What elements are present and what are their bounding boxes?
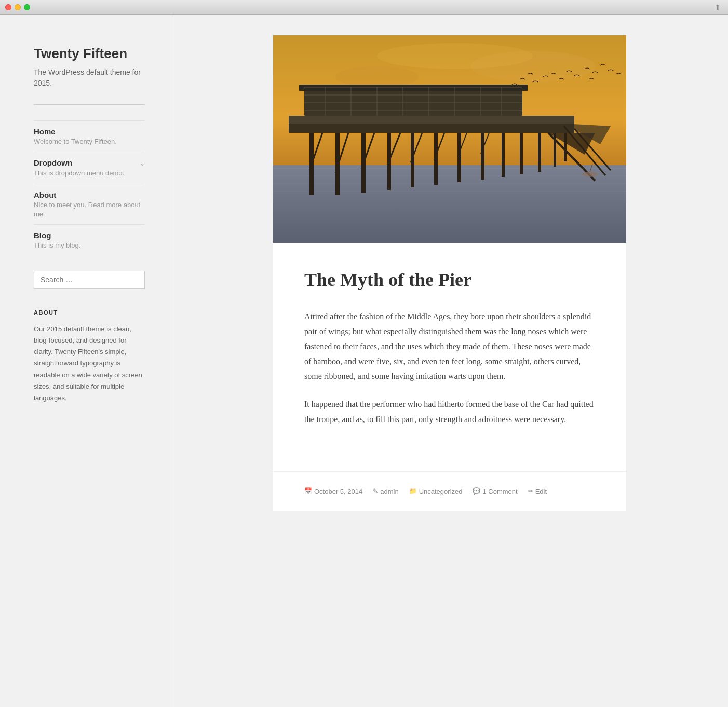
post-featured-image (273, 35, 626, 243)
close-button[interactable] (5, 4, 11, 10)
site-description: The WordPress default theme for 2015. (34, 67, 145, 89)
svg-rect-7 (273, 183, 626, 184)
post-title: The Myth of the Pier (304, 269, 595, 291)
share-icon: ⬆ (714, 3, 723, 11)
meta-edit: ✏ Edit (528, 487, 547, 495)
nav-item-about: About Nice to meet you. Read more about … (34, 184, 145, 224)
about-heading: About (34, 309, 145, 316)
post-body: The Myth of the Pier Attired after the f… (273, 243, 626, 471)
search-widget (34, 271, 145, 289)
sidebar-nav: Home Welcome to Twenty Fifteen. Dropdown… (34, 120, 145, 255)
post-paragraph-2: It happened that the performer who had h… (304, 397, 595, 427)
meta-comments: 💬 1 Comment (473, 487, 517, 495)
svg-rect-10 (289, 116, 574, 124)
post-article: The Myth of the Pier Attired after the f… (273, 35, 626, 511)
author-icon: ✎ (373, 487, 378, 495)
nav-desc-home: Welcome to Twenty Fifteen. (34, 137, 145, 152)
site-title: Twenty Fifteen (34, 46, 145, 62)
meta-author: ✎ admin (373, 487, 398, 495)
comment-icon: 💬 (473, 487, 480, 495)
svg-rect-6 (273, 175, 626, 176)
nav-item-blog: Blog This is my blog. (34, 224, 145, 255)
nav-desc-about: Nice to meet you. Read more about me. (34, 200, 145, 224)
svg-rect-19 (457, 133, 461, 182)
nav-desc-blog: This is my blog. (34, 241, 145, 255)
meta-category-link[interactable]: Uncategorized (419, 487, 463, 495)
svg-rect-4 (273, 165, 626, 243)
meta-author-link[interactable]: admin (380, 487, 398, 495)
edit-icon: ✏ (528, 487, 533, 495)
sidebar: Twenty Fifteen The WordPress default the… (0, 15, 171, 707)
about-text: Our 2015 default theme is clean, blog-fo… (34, 323, 145, 404)
svg-rect-21 (502, 133, 505, 177)
nav-link-home[interactable]: Home (34, 127, 56, 136)
svg-rect-5 (273, 168, 626, 169)
calendar-icon: 📅 (304, 487, 312, 495)
svg-point-2 (335, 66, 419, 87)
svg-rect-23 (538, 133, 541, 172)
nav-item-dropdown: Dropdown ⌄ This is dropdown menu demo. (34, 152, 145, 183)
svg-rect-22 (520, 133, 523, 174)
post-paragraph-1: Attired after the fashion of the Middle … (304, 309, 595, 384)
chevron-down-icon[interactable]: ⌄ (140, 158, 145, 168)
search-input[interactable] (34, 271, 145, 289)
meta-comments-link[interactable]: 1 Comment (482, 487, 517, 495)
svg-rect-9 (289, 124, 574, 133)
page-wrapper: Twenty Fifteen The WordPress default the… (0, 15, 728, 707)
nav-desc-dropdown: This is dropdown menu demo. (34, 169, 145, 183)
nav-link-blog[interactable]: Blog (34, 231, 51, 240)
nav-item-home: Home Welcome to Twenty Fifteen. (34, 120, 145, 152)
svg-rect-8 (273, 191, 626, 192)
sidebar-divider (34, 104, 145, 105)
post-meta: 📅 October 5, 2014 ✎ admin 📁 Uncategorize… (273, 471, 626, 511)
about-widget: About Our 2015 default theme is clean, b… (34, 309, 145, 404)
svg-point-51 (582, 172, 598, 177)
meta-category: 📁 Uncategorized (409, 487, 463, 495)
maximize-button[interactable] (24, 4, 30, 10)
minimize-button[interactable] (15, 4, 21, 10)
meta-date-link[interactable]: October 5, 2014 (314, 487, 362, 495)
svg-rect-20 (481, 133, 484, 180)
meta-date: 📅 October 5, 2014 (304, 487, 362, 495)
svg-rect-11 (304, 87, 522, 116)
svg-point-3 (377, 43, 533, 69)
nav-link-dropdown[interactable]: Dropdown (34, 158, 72, 167)
main-content: The Myth of the Pier Attired after the f… (171, 15, 728, 707)
folder-icon: 📁 (409, 487, 417, 495)
svg-rect-12 (299, 85, 528, 91)
nav-link-about[interactable]: About (34, 191, 56, 199)
meta-edit-link[interactable]: Edit (535, 487, 547, 495)
titlebar: ⬆ (0, 0, 728, 15)
